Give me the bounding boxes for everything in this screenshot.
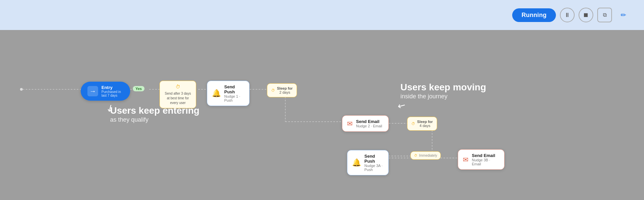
- condition-node[interactable]: ⏱ Send after 3 days at best time for eve…: [159, 81, 196, 108]
- copy-icon: ⧉: [603, 12, 607, 18]
- send-email-3b-node[interactable]: ✉ Send Email Nudge 3B · Email: [458, 149, 505, 170]
- pause-button[interactable]: ⏸: [560, 8, 575, 22]
- sleep-2-icon: ⏱: [411, 122, 415, 126]
- sleep-1-icon: ⏱: [271, 88, 275, 92]
- moving-heading: Users keep moving: [400, 82, 486, 93]
- immediately-node[interactable]: ⏱ Immediately: [410, 151, 441, 160]
- stop-button[interactable]: ⏹: [579, 8, 593, 22]
- stop-icon: ⏹: [583, 12, 589, 19]
- canvas: → Entry Purchased in last 7 days Yes ⏱ S…: [0, 30, 644, 200]
- entry-node[interactable]: → Entry Purchased in last 7 days: [81, 82, 130, 101]
- email-icon-3b: ✉: [463, 156, 468, 164]
- send-push-3a-subtitle: Nudge 3A · Push: [364, 164, 384, 172]
- moving-annotation: Users keep moving inside the journey: [400, 82, 486, 100]
- immediately-label: Immediately: [419, 154, 437, 157]
- send-push-3a-title: Send Push: [364, 154, 384, 164]
- sleep-1-node[interactable]: ⏱ Sleep for 2 days: [267, 83, 297, 97]
- entering-annotation: Users keep entering as they qualify: [110, 105, 200, 123]
- sleep-1-line1: Sleep for: [277, 86, 293, 90]
- send-push-1-subtitle: Nudge 1 · Push: [224, 94, 245, 102]
- push-icon-1: 🔔: [212, 89, 221, 98]
- sleep-2-node[interactable]: ⏱ Sleep for 4 days: [407, 117, 437, 131]
- pause-icon: ⏸: [564, 12, 570, 19]
- email-icon-2: ✉: [347, 120, 353, 128]
- sleep-2-line1: Sleep for: [417, 120, 433, 124]
- start-dot: [20, 88, 23, 91]
- send-email-3b-subtitle: Nudge 3B · Email: [472, 158, 500, 166]
- moving-arrow: ↙: [395, 99, 407, 112]
- condition-icon: ⏱: [164, 84, 192, 90]
- sleep-2-line2: 4 days: [417, 124, 433, 128]
- condition-line2: at best time for: [164, 96, 192, 101]
- entry-icon: →: [87, 86, 98, 96]
- send-email-2-title: Send Email: [356, 119, 382, 124]
- sleep-1-line2: 2 days: [277, 90, 293, 94]
- edit-button[interactable]: ✏: [616, 8, 631, 22]
- yes-badge: Yes: [133, 86, 144, 91]
- send-push-1-node[interactable]: 🔔 Send Push Nudge 1 · Push: [207, 81, 250, 106]
- edit-icon: ✏: [621, 11, 626, 19]
- immediately-icon: ⏱: [414, 154, 417, 157]
- send-push-1-title: Send Push: [224, 84, 245, 94]
- moving-subtext: inside the journey: [400, 93, 486, 100]
- entering-subtext: as they qualify: [110, 116, 200, 123]
- entering-heading: Users keep entering: [110, 105, 200, 116]
- header: Running ⏸ ⏹ ⧉ ✏: [0, 0, 644, 30]
- condition-line1: Send after 3 days: [164, 91, 192, 96]
- copy-button[interactable]: ⧉: [597, 8, 612, 22]
- send-email-2-subtitle: Nudge 2 · Email: [356, 124, 382, 128]
- entry-subtitle: Purchased in last 7 days: [101, 90, 123, 97]
- send-email-2-node[interactable]: ✉ Send Email Nudge 2 · Email: [342, 115, 389, 132]
- running-button[interactable]: Running: [512, 8, 556, 22]
- connector-lines: [0, 30, 644, 200]
- entry-title: Entry: [101, 85, 123, 90]
- send-push-3a-node[interactable]: 🔔 Send Push Nudge 3A · Push: [347, 150, 389, 175]
- send-email-3b-title: Send Email: [472, 153, 500, 158]
- condition-line3: every user: [164, 101, 192, 105]
- push-icon-3a: 🔔: [352, 158, 361, 167]
